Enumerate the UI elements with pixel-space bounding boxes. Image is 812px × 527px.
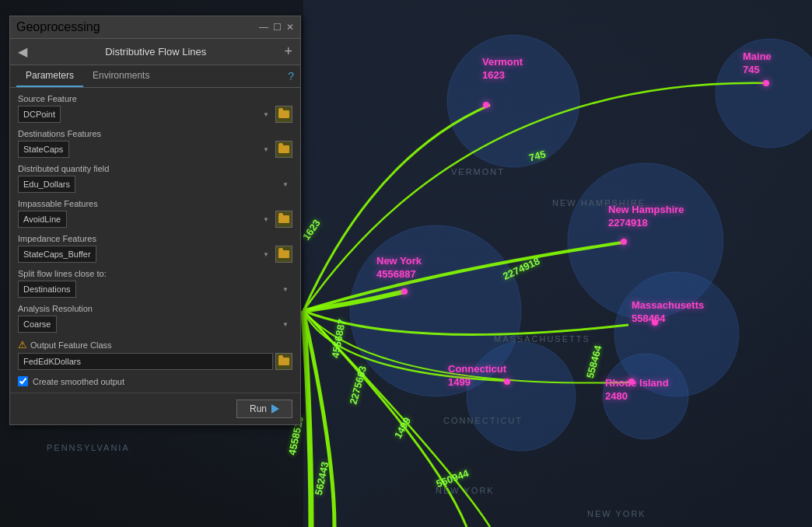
impedance-features-folder-btn[interactable] <box>275 246 292 263</box>
panel-title-bar: Geoprocessing — ☐ ✕ <box>10 16 300 39</box>
source-feature-group: Source Feature DCPoint <box>18 94 292 123</box>
geoprocessing-panel: Geoprocessing — ☐ ✕ ◀ Distributive Flow … <box>9 16 301 425</box>
state-label-massachusetts: MASSACHUSETTS <box>494 334 590 344</box>
split-flow-select[interactable]: Destinations <box>18 281 76 298</box>
analysis-resolution-group: Analysis Resolution Coarse <box>18 304 292 333</box>
destinations-features-group: Destinations Features StateCaps <box>18 129 292 158</box>
distributed-quantity-label: Distributed quantity field <box>18 164 292 173</box>
city-label-massachusetts: Massachusetts558464 <box>632 299 704 326</box>
state-label-pennsylvania: PENNSYLVANIA <box>47 443 130 452</box>
tab-parameters[interactable]: Parameters <box>16 65 83 87</box>
impassable-features-select[interactable]: AvoidLine <box>18 211 67 228</box>
panel-title: Geoprocessing <box>16 20 100 34</box>
destinations-features-folder-btn[interactable] <box>275 141 292 158</box>
run-label: Run <box>250 403 267 414</box>
panel-body: Source Feature DCPoint Destinations Feat… <box>10 88 300 393</box>
smoothed-output-row: Create smoothed output <box>18 376 292 386</box>
warning-icon: ⚠ <box>18 339 27 351</box>
folder-icon <box>278 110 289 118</box>
split-flow-label: Split flow lines close to: <box>18 269 292 278</box>
back-arrow-icon[interactable]: ◀ <box>18 44 27 59</box>
city-dot-new-york <box>401 288 408 295</box>
city-label-new-hampshire: New Hampshire2274918 <box>608 204 684 230</box>
output-feature-input[interactable] <box>18 353 273 370</box>
city-label-new-york: New York4556887 <box>376 255 422 281</box>
output-feature-label-row: ⚠ Output Feature Class <box>18 339 292 351</box>
folder-icon-2 <box>278 145 289 153</box>
split-flow-group: Split flow lines close to: Destinations <box>18 269 292 298</box>
state-label-connecticut: CONNECTICUT <box>443 416 523 425</box>
output-feature-label: Output Feature Class <box>30 340 112 350</box>
impassable-features-label: Impassable Features <box>18 199 292 208</box>
state-label-new-york-right: NEW YORK <box>587 509 646 518</box>
run-triangle-icon <box>271 404 279 414</box>
analysis-resolution-label: Analysis Resolution <box>18 304 292 313</box>
city-label-maine: Maine745 <box>743 51 772 77</box>
add-icon[interactable]: + <box>284 44 292 60</box>
city-label-vermont: Vermont1623 <box>482 56 523 82</box>
city-label-rhode-island: Rhode Island2480 <box>605 377 669 403</box>
panel-subtitle: Distributive Flow Lines <box>27 46 284 58</box>
panel-footer: Run <box>10 393 300 424</box>
minimize-icon[interactable]: — <box>259 22 268 33</box>
run-button[interactable]: Run <box>236 400 292 418</box>
source-feature-select[interactable]: DCPoint <box>18 106 61 123</box>
state-label-vermont: VERMONT <box>451 167 505 176</box>
folder-icon-3 <box>278 215 289 223</box>
analysis-resolution-select[interactable]: Coarse <box>18 316 57 333</box>
folder-icon-4 <box>278 250 289 258</box>
source-feature-folder-btn[interactable] <box>275 106 292 123</box>
restore-icon[interactable]: ☐ <box>273 22 282 33</box>
city-dot-vermont <box>483 102 489 108</box>
destinations-features-label: Destinations Features <box>18 129 292 138</box>
impassable-features-group: Impassable Features AvoidLine <box>18 199 292 228</box>
impassable-features-folder-btn[interactable] <box>275 211 292 228</box>
panel-tabs: Parameters Environments ? <box>10 65 300 88</box>
output-feature-folder-btn[interactable] <box>275 353 292 370</box>
folder-icon-5 <box>278 358 289 365</box>
city-dot-maine <box>763 80 769 86</box>
distributed-quantity-select[interactable]: Edu_Dollars <box>18 176 75 193</box>
smoothed-output-label: Create smoothed output <box>33 377 124 386</box>
output-feature-group: ⚠ Output Feature Class <box>18 339 292 370</box>
city-dot-new-hampshire <box>621 239 627 245</box>
impedance-features-group: Impedance Features StateCaps_Buffer <box>18 234 292 263</box>
panel-nav: ◀ Distributive Flow Lines + <box>10 39 300 65</box>
close-icon[interactable]: ✕ <box>286 22 294 33</box>
help-icon[interactable]: ? <box>288 70 294 82</box>
city-label-connecticut: Connecticut1499 <box>448 363 506 389</box>
impedance-features-label: Impedance Features <box>18 234 292 243</box>
destinations-features-select[interactable]: StateCaps <box>18 141 69 158</box>
smoothed-output-checkbox[interactable] <box>18 376 28 386</box>
impedance-features-select[interactable]: StateCaps_Buffer <box>18 246 96 263</box>
tab-environments[interactable]: Environments <box>83 65 159 87</box>
source-feature-label: Source Feature <box>18 94 292 103</box>
distributed-quantity-group: Distributed quantity field Edu_Dollars <box>18 164 292 193</box>
